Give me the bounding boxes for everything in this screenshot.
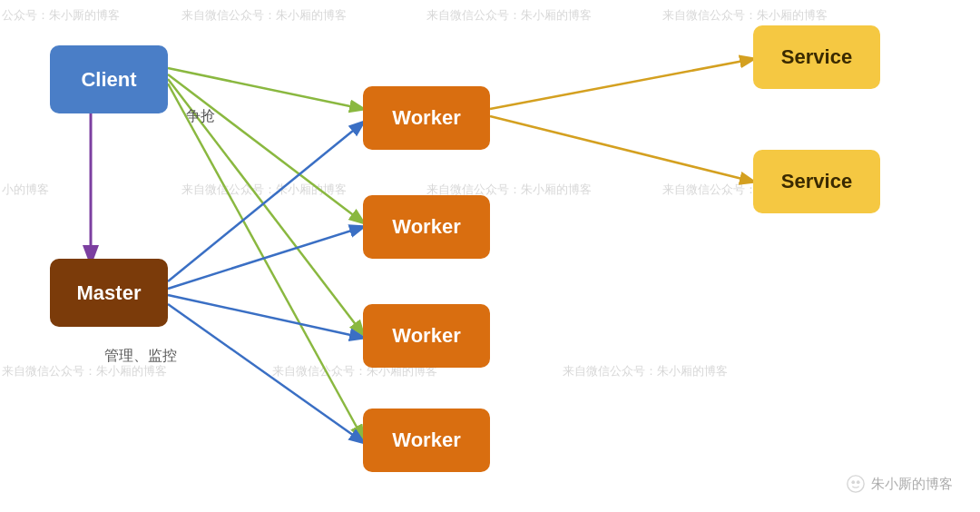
node-master: Master [50,259,168,327]
brand-watermark: 朱小厮的博客 [846,474,953,494]
svg-point-13 [857,480,860,484]
label-guanli: 管理、监控 [104,347,177,366]
watermark-1: 公众号：朱小厮的博客 [2,7,120,24]
svg-line-9 [490,59,753,109]
node-worker4: Worker [363,409,490,472]
node-worker2: Worker [363,195,490,259]
node-service2: Service [753,150,880,213]
svg-line-4 [168,84,363,438]
node-service1: Service [753,25,880,89]
svg-line-5 [168,123,363,281]
watermark-4: 来自微信公众号：朱小厢的博客 [662,7,828,24]
svg-line-10 [490,116,753,182]
watermark-11: 来自微信公众号：朱小厢的博客 [563,363,728,379]
svg-point-12 [851,480,855,484]
svg-line-8 [168,304,363,442]
svg-line-1 [168,68,363,109]
watermark-2: 来自微信公众号：朱小厢的博客 [181,7,347,24]
watermark-5: 小的博客 [2,182,49,198]
node-client: Client [50,45,168,113]
watermark-3: 来自微信公众号：朱小厢的博客 [426,7,592,24]
svg-line-7 [168,295,363,338]
label-zhengqiang: 争抢 [186,107,215,126]
brand-icon [846,474,866,494]
svg-line-2 [168,74,363,222]
watermark-6: 来自微信公众号：朱小厢的博客 [181,182,347,198]
node-worker1: Worker [363,86,490,150]
svg-point-11 [848,476,864,492]
node-worker3: Worker [363,304,490,368]
svg-line-6 [168,227,363,289]
